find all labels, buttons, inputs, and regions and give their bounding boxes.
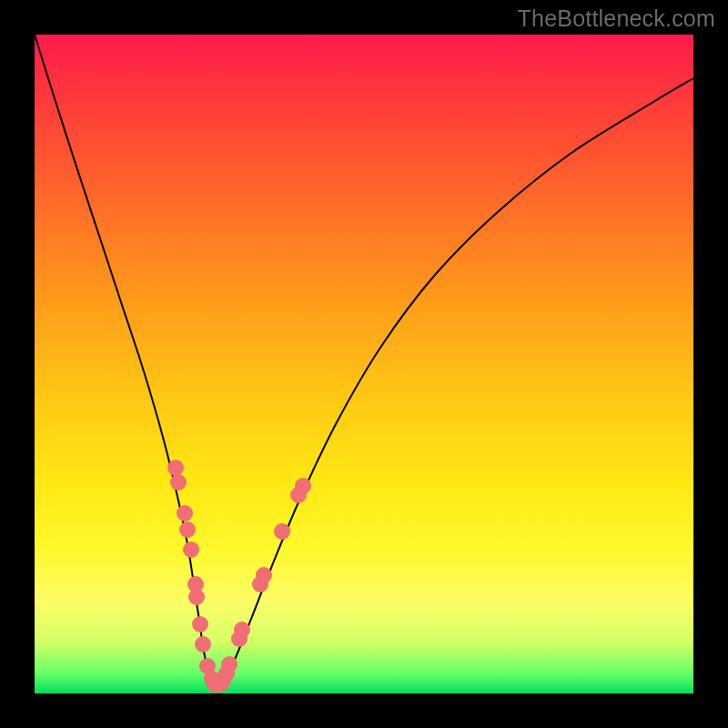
data-marker bbox=[188, 589, 205, 605]
watermark-text: TheBottleneck.com bbox=[518, 5, 715, 32]
data-marker bbox=[295, 478, 311, 494]
v-curve bbox=[35, 35, 693, 684]
data-marker bbox=[234, 622, 250, 638]
data-marker bbox=[192, 616, 208, 632]
data-marker bbox=[195, 636, 211, 652]
data-marker bbox=[170, 474, 187, 490]
chart-frame: TheBottleneck.com bbox=[0, 0, 728, 728]
data-marker bbox=[183, 541, 199, 558]
data-marker bbox=[274, 523, 290, 540]
data-marker bbox=[256, 567, 272, 583]
data-marker bbox=[221, 656, 238, 672]
chart-svg bbox=[35, 35, 693, 693]
plot-gradient-background bbox=[35, 35, 693, 693]
marker-group bbox=[167, 460, 311, 693]
data-marker bbox=[179, 521, 196, 538]
data-marker bbox=[167, 460, 184, 476]
data-marker bbox=[177, 505, 193, 521]
